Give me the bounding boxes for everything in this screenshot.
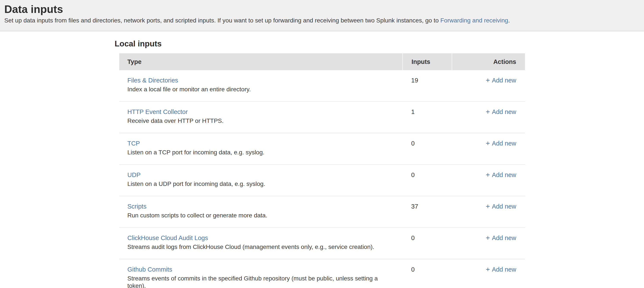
type-cell: Github Commits Streams events of commits… [119, 259, 403, 288]
page-description-suffix: . [508, 17, 510, 24]
local-inputs-table: Type Inputs Actions Files & Directories … [119, 53, 525, 288]
inputs-count: 37 [403, 196, 452, 227]
input-type-description: Streams events of commits in the specifi… [128, 275, 396, 288]
plus-icon: + [486, 77, 490, 84]
table-row: ClickHouse Cloud Audit Logs Streams audi… [119, 227, 525, 259]
page-description-prefix: Set up data inputs from files and direct… [4, 17, 440, 24]
add-new-label: Add new [492, 140, 516, 147]
add-new-label: Add new [492, 203, 516, 210]
forwarding-and-receiving-link[interactable]: Forwarding and receiving [440, 17, 508, 24]
type-cell: HTTP Event Collector Receive data over H… [119, 102, 403, 133]
add-new-label: Add new [492, 77, 516, 84]
add-new-label: Add new [492, 171, 516, 178]
input-type-link[interactable]: ClickHouse Cloud Audit Logs [128, 234, 208, 241]
plus-icon: + [486, 266, 490, 273]
input-type-link[interactable]: Scripts [128, 203, 147, 210]
column-header-actions: Actions [452, 53, 525, 70]
input-type-description: Streams audit logs from ClickHouse Cloud… [128, 243, 396, 251]
plus-icon: + [486, 234, 490, 241]
add-new-label: Add new [492, 234, 516, 241]
plus-icon: + [486, 140, 490, 147]
inputs-count: 19 [403, 70, 452, 102]
input-type-link[interactable]: TCP [128, 140, 140, 147]
add-new-button[interactable]: +Add new [486, 234, 516, 241]
table-row: Files & Directories Index a local file o… [119, 70, 525, 102]
page-description: Set up data inputs from files and direct… [4, 17, 631, 24]
main-content: Local inputs Type Inputs Actions Files &… [0, 31, 644, 288]
actions-cell: +Add new [452, 227, 525, 259]
table-row: Github Commits Streams events of commits… [119, 259, 525, 288]
column-header-type: Type [119, 53, 403, 70]
type-cell: ClickHouse Cloud Audit Logs Streams audi… [119, 227, 403, 259]
actions-cell: +Add new [452, 70, 525, 102]
table-row: HTTP Event Collector Receive data over H… [119, 102, 525, 133]
type-cell: UDP Listen on a UDP port for incoming da… [119, 164, 403, 196]
actions-cell: +Add new [452, 196, 525, 227]
table-row: Scripts Run custom scripts to collect or… [119, 196, 525, 227]
type-cell: Files & Directories Index a local file o… [119, 70, 403, 102]
add-new-button[interactable]: +Add new [486, 203, 516, 210]
add-new-button[interactable]: +Add new [486, 140, 516, 147]
add-new-button[interactable]: +Add new [486, 171, 516, 179]
page-title: Data inputs [4, 3, 631, 16]
table-row: TCP Listen on a TCP port for incoming da… [119, 133, 525, 164]
input-type-description: Listen on a UDP port for incoming data, … [128, 180, 396, 188]
plus-icon: + [486, 171, 490, 179]
page-header: Data inputs Set up data inputs from file… [0, 0, 644, 31]
inputs-count: 0 [403, 259, 452, 288]
add-new-label: Add new [492, 108, 516, 115]
input-type-link[interactable]: UDP [128, 171, 140, 179]
inputs-count: 0 [403, 164, 452, 196]
actions-cell: +Add new [452, 164, 525, 196]
inputs-count: 1 [403, 102, 452, 133]
add-new-button[interactable]: +Add new [486, 266, 516, 273]
input-type-description: Index a local file or monitor an entire … [128, 86, 396, 93]
type-cell: Scripts Run custom scripts to collect or… [119, 196, 403, 227]
actions-cell: +Add new [452, 102, 525, 133]
inputs-count: 0 [403, 133, 452, 164]
input-type-description: Receive data over HTTP or HTTPS. [128, 117, 396, 125]
input-type-link[interactable]: Files & Directories [128, 77, 178, 84]
inputs-count: 0 [403, 227, 452, 259]
column-header-inputs: Inputs [403, 53, 452, 70]
section-title: Local inputs [115, 39, 525, 49]
table-header-row: Type Inputs Actions [119, 53, 525, 70]
plus-icon: + [486, 203, 490, 210]
add-new-button[interactable]: +Add new [486, 77, 516, 84]
input-type-description: Run custom scripts to collect or generat… [128, 212, 396, 219]
table-body: Files & Directories Index a local file o… [119, 70, 525, 288]
add-new-label: Add new [492, 266, 516, 273]
actions-cell: +Add new [452, 259, 525, 288]
input-type-description: Listen on a TCP port for incoming data, … [128, 149, 396, 156]
input-type-link[interactable]: Github Commits [128, 266, 172, 273]
actions-cell: +Add new [452, 133, 525, 164]
input-type-link[interactable]: HTTP Event Collector [128, 108, 188, 116]
table-row: UDP Listen on a UDP port for incoming da… [119, 164, 525, 196]
add-new-button[interactable]: +Add new [486, 108, 516, 116]
local-inputs-section: Local inputs Type Inputs Actions Files &… [119, 39, 525, 288]
type-cell: TCP Listen on a TCP port for incoming da… [119, 133, 403, 164]
plus-icon: + [486, 108, 490, 116]
